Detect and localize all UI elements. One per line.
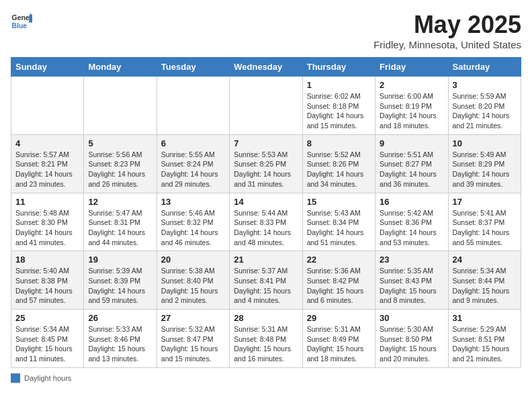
day-number: 12	[88, 197, 152, 207]
calendar-cell: 17Sunrise: 5:41 AM Sunset: 8:37 PM Dayli…	[448, 193, 521, 251]
day-number: 19	[88, 255, 152, 265]
calendar-cell: 21Sunrise: 5:37 AM Sunset: 8:41 PM Dayli…	[230, 251, 302, 310]
header: General Blue May 2025 Fridley, Minnesota…	[11, 11, 521, 50]
day-detail: Sunrise: 5:34 AM Sunset: 8:44 PM Dayligh…	[453, 266, 517, 306]
day-number: 16	[380, 197, 443, 207]
week-row-2: 4Sunrise: 5:57 AM Sunset: 8:21 PM Daylig…	[11, 134, 521, 193]
day-number: 26	[88, 313, 152, 323]
day-detail: Sunrise: 5:53 AM Sunset: 8:25 PM Dayligh…	[234, 150, 298, 189]
calendar-cell	[157, 77, 229, 135]
day-detail: Sunrise: 6:02 AM Sunset: 8:18 PM Dayligh…	[307, 91, 371, 131]
day-detail: Sunrise: 5:31 AM Sunset: 8:48 PM Dayligh…	[234, 324, 298, 364]
day-number: 6	[161, 138, 225, 148]
day-number: 2	[380, 80, 443, 90]
day-header-saturday: Saturday	[448, 58, 521, 77]
day-detail: Sunrise: 5:35 AM Sunset: 8:43 PM Dayligh…	[380, 266, 443, 306]
calendar-cell: 8Sunrise: 5:52 AM Sunset: 8:26 PM Daylig…	[302, 134, 375, 193]
title-area: May 2025 Fridley, Minnesota, United Stat…	[373, 11, 521, 50]
day-header-friday: Friday	[375, 58, 448, 77]
calendar-cell: 3Sunrise: 5:59 AM Sunset: 8:20 PM Daylig…	[448, 77, 521, 135]
day-number: 27	[161, 313, 225, 323]
calendar-cell: 22Sunrise: 5:36 AM Sunset: 8:42 PM Dayli…	[302, 251, 375, 310]
day-number: 25	[15, 313, 79, 323]
calendar-cell	[84, 77, 157, 135]
day-number: 13	[161, 197, 225, 207]
day-number: 15	[307, 197, 371, 207]
generalblue-logo-icon: General Blue	[11, 11, 32, 32]
day-detail: Sunrise: 5:34 AM Sunset: 8:45 PM Dayligh…	[15, 324, 79, 364]
day-detail: Sunrise: 5:39 AM Sunset: 8:39 PM Dayligh…	[88, 266, 152, 306]
calendar-cell: 18Sunrise: 5:40 AM Sunset: 8:38 PM Dayli…	[11, 251, 84, 310]
day-number: 20	[161, 255, 225, 265]
day-detail: Sunrise: 5:38 AM Sunset: 8:40 PM Dayligh…	[161, 266, 225, 306]
calendar-cell: 4Sunrise: 5:57 AM Sunset: 8:21 PM Daylig…	[11, 134, 84, 193]
day-number: 14	[234, 197, 298, 207]
day-detail: Sunrise: 5:44 AM Sunset: 8:33 PM Dayligh…	[234, 208, 298, 248]
day-detail: Sunrise: 5:31 AM Sunset: 8:49 PM Dayligh…	[307, 324, 371, 364]
subtitle: Fridley, Minnesota, United States	[373, 39, 521, 50]
day-detail: Sunrise: 5:48 AM Sunset: 8:30 PM Dayligh…	[15, 208, 79, 248]
calendar-cell: 10Sunrise: 5:49 AM Sunset: 8:29 PM Dayli…	[448, 134, 521, 193]
day-detail: Sunrise: 5:37 AM Sunset: 8:41 PM Dayligh…	[234, 266, 298, 306]
day-detail: Sunrise: 5:57 AM Sunset: 8:21 PM Dayligh…	[15, 150, 79, 189]
day-header-wednesday: Wednesday	[230, 58, 302, 77]
calendar-cell	[11, 77, 84, 135]
calendar-cell: 30Sunrise: 5:30 AM Sunset: 8:50 PM Dayli…	[375, 310, 448, 368]
day-detail: Sunrise: 5:29 AM Sunset: 8:51 PM Dayligh…	[453, 324, 517, 364]
week-row-5: 25Sunrise: 5:34 AM Sunset: 8:45 PM Dayli…	[11, 310, 521, 368]
day-number: 30	[380, 313, 443, 323]
day-detail: Sunrise: 5:56 AM Sunset: 8:23 PM Dayligh…	[88, 150, 152, 189]
calendar-cell: 31Sunrise: 5:29 AM Sunset: 8:51 PM Dayli…	[448, 310, 521, 368]
day-detail: Sunrise: 6:00 AM Sunset: 8:19 PM Dayligh…	[380, 91, 443, 131]
calendar-cell: 20Sunrise: 5:38 AM Sunset: 8:40 PM Dayli…	[157, 251, 229, 310]
day-detail: Sunrise: 5:30 AM Sunset: 8:50 PM Dayligh…	[380, 324, 443, 364]
day-detail: Sunrise: 5:36 AM Sunset: 8:42 PM Dayligh…	[307, 266, 371, 306]
calendar-cell: 9Sunrise: 5:51 AM Sunset: 8:27 PM Daylig…	[375, 134, 448, 193]
calendar-cell: 16Sunrise: 5:42 AM Sunset: 8:36 PM Dayli…	[375, 193, 448, 251]
logo: General Blue	[11, 11, 32, 32]
day-number: 31	[453, 313, 517, 323]
day-number: 24	[453, 255, 517, 265]
day-detail: Sunrise: 5:55 AM Sunset: 8:24 PM Dayligh…	[161, 150, 225, 189]
day-detail: Sunrise: 5:42 AM Sunset: 8:36 PM Dayligh…	[380, 208, 443, 248]
day-number: 23	[380, 255, 443, 265]
calendar-cell: 2Sunrise: 6:00 AM Sunset: 8:19 PM Daylig…	[375, 77, 448, 135]
calendar-cell: 6Sunrise: 5:55 AM Sunset: 8:24 PM Daylig…	[157, 134, 229, 193]
page-wrapper: General Blue May 2025 Fridley, Minnesota…	[11, 11, 521, 383]
daylight-label: Daylight hours	[24, 374, 71, 382]
calendar-cell: 19Sunrise: 5:39 AM Sunset: 8:39 PM Dayli…	[84, 251, 157, 310]
week-row-3: 11Sunrise: 5:48 AM Sunset: 8:30 PM Dayli…	[11, 193, 521, 251]
calendar-body: 1Sunrise: 6:02 AM Sunset: 8:18 PM Daylig…	[11, 77, 521, 368]
day-number: 18	[15, 255, 79, 265]
day-detail: Sunrise: 5:47 AM Sunset: 8:31 PM Dayligh…	[88, 208, 152, 248]
svg-text:Blue: Blue	[12, 22, 28, 30]
day-number: 3	[453, 80, 517, 90]
calendar-cell: 15Sunrise: 5:43 AM Sunset: 8:34 PM Dayli…	[302, 193, 375, 251]
calendar-cell: 1Sunrise: 6:02 AM Sunset: 8:18 PM Daylig…	[302, 77, 375, 135]
day-detail: Sunrise: 5:52 AM Sunset: 8:26 PM Dayligh…	[307, 150, 371, 189]
calendar-cell: 25Sunrise: 5:34 AM Sunset: 8:45 PM Dayli…	[11, 310, 84, 368]
day-detail: Sunrise: 5:32 AM Sunset: 8:47 PM Dayligh…	[161, 324, 225, 364]
day-header-thursday: Thursday	[302, 58, 375, 77]
day-detail: Sunrise: 5:49 AM Sunset: 8:29 PM Dayligh…	[453, 150, 517, 189]
calendar-cell: 7Sunrise: 5:53 AM Sunset: 8:25 PM Daylig…	[230, 134, 302, 193]
calendar-header: SundayMondayTuesdayWednesdayThursdayFrid…	[11, 58, 521, 77]
calendar-cell: 5Sunrise: 5:56 AM Sunset: 8:23 PM Daylig…	[84, 134, 157, 193]
day-number: 28	[234, 313, 298, 323]
day-detail: Sunrise: 5:59 AM Sunset: 8:20 PM Dayligh…	[453, 91, 517, 131]
day-number: 7	[234, 138, 298, 148]
day-detail: Sunrise: 5:51 AM Sunset: 8:27 PM Dayligh…	[380, 150, 443, 189]
day-header-tuesday: Tuesday	[157, 58, 229, 77]
calendar-cell: 23Sunrise: 5:35 AM Sunset: 8:43 PM Dayli…	[375, 251, 448, 310]
calendar-cell: 14Sunrise: 5:44 AM Sunset: 8:33 PM Dayli…	[230, 193, 302, 251]
day-number: 10	[453, 138, 517, 148]
day-detail: Sunrise: 5:43 AM Sunset: 8:34 PM Dayligh…	[307, 208, 371, 248]
day-detail: Sunrise: 5:33 AM Sunset: 8:46 PM Dayligh…	[88, 324, 152, 364]
day-number: 4	[15, 138, 79, 148]
calendar-cell: 24Sunrise: 5:34 AM Sunset: 8:44 PM Dayli…	[448, 251, 521, 310]
day-number: 5	[88, 138, 152, 148]
calendar-cell: 12Sunrise: 5:47 AM Sunset: 8:31 PM Dayli…	[84, 193, 157, 251]
week-row-4: 18Sunrise: 5:40 AM Sunset: 8:38 PM Dayli…	[11, 251, 521, 310]
day-number: 29	[307, 313, 371, 323]
daylight-legend-box	[11, 373, 20, 383]
